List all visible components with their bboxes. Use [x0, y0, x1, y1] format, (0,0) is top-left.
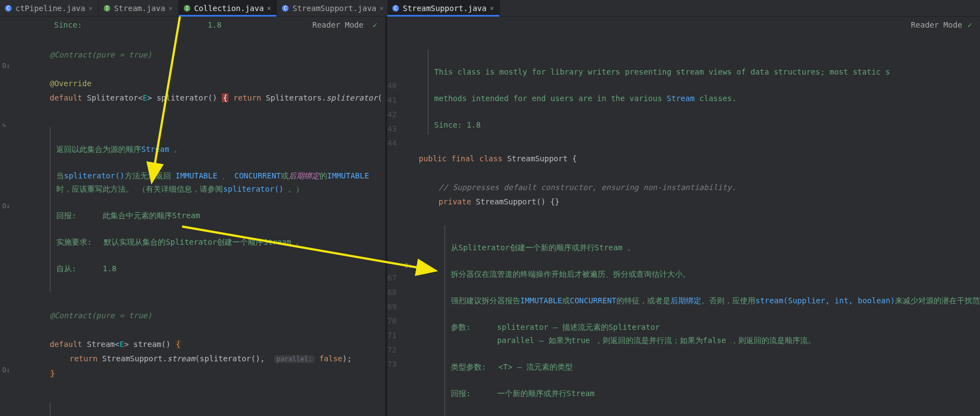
- check-icon[interactable]: ✓: [373, 20, 377, 29]
- svg-text:I: I: [185, 6, 188, 11]
- javadoc-block: 返回以该集合为源的可能并行Stream 。此方法允许返回顺序流。 当splite…: [50, 403, 385, 416]
- editor-header: Since: 1.8 Reader Mode ✓: [0, 17, 385, 33]
- class-icon: C: [4, 4, 12, 12]
- svg-text:C: C: [394, 6, 397, 11]
- interface-icon: I: [183, 4, 191, 12]
- javadoc-block: This class is mostly for library writers…: [428, 50, 980, 135]
- tab-label: StreamSupport.java: [403, 4, 487, 13]
- tab-bar-right: CStreamSupport.java×: [387, 0, 980, 17]
- tab-label: StreamSupport.java: [292, 4, 376, 13]
- interface-icon: I: [103, 4, 111, 12]
- tab-streamsupport-right[interactable]: CStreamSupport.java×: [387, 0, 500, 16]
- fold-column[interactable]: [14, 33, 22, 416]
- editor-pane-right: Reader Mode ✓ 404142434467686970717273 O…: [387, 17, 980, 416]
- reader-mode-toggle[interactable]: Reader Mode: [911, 20, 962, 29]
- code-area[interactable]: This class is mostly for library writers…: [402, 33, 980, 416]
- close-icon[interactable]: ×: [88, 4, 92, 12]
- code-editor-left[interactable]: O↓ ✎ O↓ O↓ @Contract(pure = true) @Overr…: [0, 33, 385, 416]
- tab-label: ctPipeline.java: [15, 4, 85, 13]
- code-area[interactable]: @Contract(pure = true) @Override default…: [22, 33, 385, 416]
- svg-text:C: C: [7, 6, 9, 11]
- tab-collection[interactable]: ICollection.java×: [179, 0, 278, 16]
- tab-label: Stream.java: [114, 4, 166, 13]
- check-icon[interactable]: ✓: [968, 20, 972, 29]
- editor-header: Reader Mode ✓: [387, 17, 980, 33]
- editor-pane-left: Since: 1.8 Reader Mode ✓ O↓ ✎ O↓ O↓ @Con…: [0, 17, 385, 416]
- tab-bar: CctPipeline.java× IStream.java× ICollect…: [0, 0, 385, 17]
- override-icon[interactable]: O↓: [2, 62, 10, 70]
- close-icon[interactable]: ×: [490, 4, 494, 12]
- gutter: O↓ ✎ O↓ O↓: [0, 33, 14, 416]
- close-icon[interactable]: ×: [380, 4, 384, 12]
- since-top: Since: 1.8: [8, 20, 221, 29]
- contract-annotation: @Contract(pure = true): [25, 48, 385, 62]
- code-editor-right[interactable]: 404142434467686970717273 O↓ This class i…: [387, 33, 980, 416]
- close-icon[interactable]: ×: [168, 4, 172, 12]
- line-number-gutter: 404142434467686970717273: [387, 33, 402, 416]
- javadoc-block: 返回以此集合为源的顺序Stream 。 当spliterator()方法无法返回…: [50, 127, 385, 292]
- override-icon[interactable]: O↓: [2, 366, 10, 374]
- svg-text:C: C: [284, 6, 287, 11]
- edit-icon[interactable]: ✎: [2, 122, 6, 129]
- tab-ctpipeline[interactable]: CctPipeline.java×: [0, 0, 99, 16]
- svg-text:I: I: [105, 6, 108, 11]
- override-icon[interactable]: O↓: [2, 202, 10, 210]
- javadoc-block: 从Spliterator创建一个新的顺序或并行Stream 。 拆分器仅在流管道…: [444, 225, 980, 416]
- class-icon: C: [392, 4, 400, 12]
- reader-mode-toggle[interactable]: Reader Mode: [312, 20, 364, 29]
- annotation: @Override: [50, 79, 92, 88]
- contract-annotation: @Contract(pure = true): [25, 308, 385, 323]
- tab-streamsupport[interactable]: CStreamSupport.java×: [277, 0, 390, 16]
- tab-label: Collection.java: [194, 4, 264, 13]
- class-icon: C: [281, 4, 289, 12]
- close-icon[interactable]: ×: [267, 4, 271, 12]
- tab-stream[interactable]: IStream.java×: [99, 0, 179, 16]
